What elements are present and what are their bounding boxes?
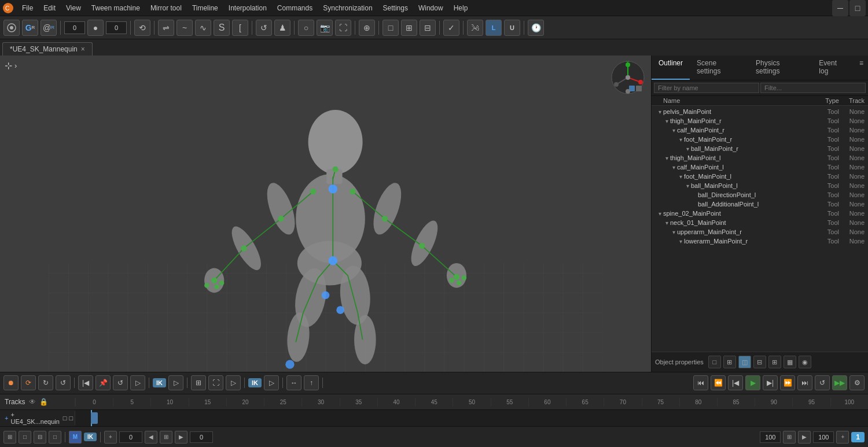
tl-btn-up[interactable]: ↑ <box>304 375 319 390</box>
tracks-lock[interactable]: 🔒 <box>39 398 48 406</box>
tool-physics[interactable]: ⊕ <box>359 20 375 36</box>
ol-item-ball-l[interactable]: ▾ ball_MainPoint_l Tool None <box>652 181 868 190</box>
viewport-gizmo[interactable]: Y <box>610 60 645 95</box>
frame-end-input[interactable] <box>190 431 213 443</box>
track-area[interactable] <box>75 410 868 426</box>
bt2-btn-right[interactable]: ▶ <box>175 431 187 444</box>
arrow-spine[interactable]: ▾ <box>656 210 663 217</box>
menu-interpolation[interactable]: Interpolation <box>224 3 271 13</box>
window-maximize[interactable]: □ <box>849 0 866 16</box>
outliner-filter-input2[interactable] <box>760 83 866 93</box>
tab-close[interactable]: × <box>81 45 85 53</box>
ol-item-foot-l[interactable]: ▾ foot_MainPoint_l Tool None <box>652 172 868 181</box>
ol-item-calf-r[interactable]: ▾ calf_MainPoint_r Tool None <box>652 125 868 135</box>
menu-settings[interactable]: Settings <box>378 3 413 13</box>
tab-outliner[interactable]: Outliner <box>652 56 690 80</box>
tool-camera[interactable]: 📷 <box>317 20 333 36</box>
panel-more-btn[interactable]: ≡ <box>855 56 868 80</box>
tool-body[interactable]: ♟ <box>274 20 290 36</box>
tab-physics-settings[interactable]: Physics settings <box>749 56 812 80</box>
arrow-foot-r[interactable]: ▾ <box>677 136 684 143</box>
tl-btn-pin[interactable]: 📌 <box>95 375 111 390</box>
tl-btn-cam3[interactable]: ▷ <box>226 375 241 390</box>
tool-wave[interactable]: ~ <box>176 20 193 36</box>
ol-item-foot-r[interactable]: ▾ foot_MainPoint_r Tool None <box>652 135 868 144</box>
ol-item-ball-r[interactable]: ▾ ball_MainPoint_r Tool None <box>652 144 868 153</box>
tl-btn-play2[interactable]: ▶▶ <box>832 375 847 390</box>
tl-btn-cam1[interactable]: ⊞ <box>191 375 206 390</box>
ol-item-neck[interactable]: ▾ neck_01_MainPoint Tool None <box>652 218 868 227</box>
menu-mirror[interactable]: Mirror tool <box>146 3 186 13</box>
arrow-ball-l[interactable]: ▾ <box>684 183 691 189</box>
tl-btn-cam2[interactable]: ⛶ <box>208 375 223 390</box>
tool-square1[interactable]: □ <box>382 20 399 36</box>
tool-mirror[interactable]: ⇌ <box>158 20 174 36</box>
tab-mannequin[interactable]: *UE4_SK_Mannequin × <box>2 42 93 56</box>
arrow-pelvis[interactable]: ▾ <box>656 109 663 115</box>
tl-btn-settings[interactable]: ⚙ <box>849 375 865 390</box>
bt2-btn5[interactable]: M <box>69 431 82 444</box>
obj-prop-btn7[interactable]: ◉ <box>799 356 811 368</box>
tl-btn-loop[interactable]: ⟳ <box>21 375 36 390</box>
tool-clock[interactable]: 🕐 <box>528 20 544 36</box>
window-minimize[interactable]: ─ <box>832 0 848 16</box>
tl-btn-ik-next[interactable]: ▷ <box>168 375 183 390</box>
arrow-foot-l[interactable]: ▾ <box>677 173 684 180</box>
track-expand[interactable]: + <box>5 415 8 422</box>
ol-item-calf-l[interactable]: ▾ calf_MainPoint_l Tool None <box>652 162 868 172</box>
zoom-left-input[interactable] <box>760 431 781 443</box>
viewport[interactable]: ⊹ › Y <box>0 56 651 372</box>
bt2-zoom-plus[interactable]: + <box>836 431 849 444</box>
arrow-thigh-r[interactable]: ▾ <box>663 118 670 124</box>
obj-prop-btn2[interactable]: ⊞ <box>723 356 736 368</box>
bt2-ik-badge[interactable]: IK <box>84 433 97 441</box>
menu-tween[interactable]: Tween machine <box>87 3 145 13</box>
tl-btn-prev[interactable]: ⏪ <box>711 375 726 390</box>
menu-view[interactable]: View <box>61 3 86 13</box>
arrow-lowerarm-r[interactable]: ▾ <box>677 238 684 245</box>
ol-item-pelvis[interactable]: ▾ pelvis_MainPoint Tool None <box>652 107 868 116</box>
tool-circle[interactable]: ○ <box>298 20 314 36</box>
tool-at[interactable]: @R <box>41 20 57 36</box>
ol-item-thigh-r[interactable]: ▾ thigh_MainPoint_r Tool None <box>652 116 868 125</box>
tool-square2[interactable]: ⊞ <box>401 20 417 36</box>
tool-bracket[interactable]: [ <box>232 20 248 36</box>
tl-btn-step-back[interactable]: |◀ <box>728 375 743 390</box>
tl-btn-snap-rotate[interactable]: ↺ <box>113 375 128 390</box>
tl-btn-prev-key[interactable]: |◀ <box>78 375 93 390</box>
tool-g[interactable]: GR <box>22 20 38 36</box>
tool-circle-arrow[interactable]: ↺ <box>256 20 272 36</box>
zoom-right-input[interactable] <box>813 431 834 443</box>
tool-fullscreen[interactable]: ⛶ <box>335 20 351 36</box>
bt2-zoom-expand[interactable]: ⊞ <box>783 431 796 444</box>
tl-btn-loop2[interactable]: ↺ <box>815 375 830 390</box>
tool-wind[interactable]: 🌬 <box>467 20 483 36</box>
tool-l[interactable]: L <box>486 20 502 36</box>
arrow-calf-r[interactable]: ▾ <box>670 127 677 134</box>
ol-item-upperarm-r[interactable]: ▾ upperarm_MainPoint_r Tool None <box>652 227 868 237</box>
tl-btn-step-fwd[interactable]: ▶| <box>763 375 778 390</box>
ol-item-lowerarm-r[interactable]: ▾ lowerarm_MainPoint_r Tool None <box>652 237 868 246</box>
arrow-upperarm-r[interactable]: ▾ <box>670 229 677 235</box>
tab-scene-settings[interactable]: Scene settings <box>690 56 749 80</box>
tl-btn-play[interactable]: ▶ <box>745 375 760 390</box>
obj-prop-btn1[interactable]: □ <box>708 356 721 368</box>
ol-item-thigh-l[interactable]: ▾ thigh_MainPoint_l Tool None <box>652 153 868 162</box>
menu-file[interactable]: File <box>17 3 38 13</box>
arrow-calf-l[interactable]: ▾ <box>670 164 677 171</box>
menu-commands[interactable]: Commands <box>273 3 317 13</box>
tool-snap[interactable]: ⟲ <box>134 20 150 36</box>
obj-prop-btn3[interactable]: ◫ <box>738 356 751 368</box>
bt2-btn-grid[interactable]: ⊞ <box>160 431 172 444</box>
tool-select[interactable] <box>3 20 20 36</box>
tl-btn-skip-fwd[interactable]: ⏩ <box>780 375 795 390</box>
tracks-eye[interactable]: 👁 <box>29 398 36 406</box>
tl-ik2-label[interactable]: IK <box>248 378 262 387</box>
menu-window[interactable]: Window <box>414 3 448 13</box>
obj-prop-btn5[interactable]: ⊞ <box>768 356 781 368</box>
menu-help[interactable]: Help <box>449 3 473 13</box>
obj-prop-btn4[interactable]: ⊟ <box>753 356 766 368</box>
menu-timeline[interactable]: Timeline <box>187 3 223 13</box>
tl-btn-r2[interactable]: ▷ <box>130 375 145 390</box>
tl-btn-refresh2[interactable]: ↺ <box>56 375 71 390</box>
